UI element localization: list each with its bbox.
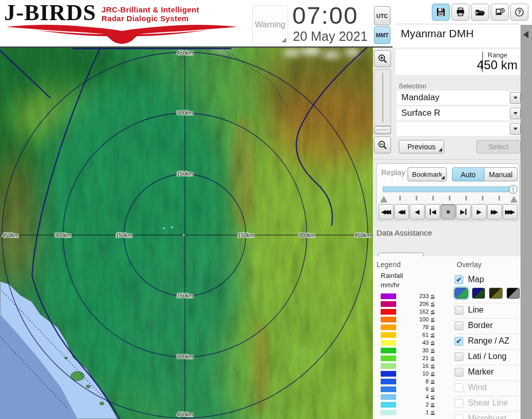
overlay-label: Overlay (457, 260, 481, 269)
panel-edge-strip[interactable] (521, 25, 532, 419)
selection-label: Selection (399, 82, 426, 90)
legend-value: 30 (398, 347, 429, 353)
overlay-item-label: Border (468, 321, 493, 330)
less-equal-symbol: ≦ (430, 339, 435, 346)
checkbox-checked-icon[interactable]: ✔ (455, 337, 463, 346)
checkbox-icon[interactable] (455, 399, 463, 408)
less-equal-symbol: ≦ (430, 355, 435, 362)
overlay-item-microburst[interactable]: Microburst (455, 411, 520, 419)
zoom-slider-handle[interactable] (374, 126, 391, 134)
less-equal-symbol: ≦ (430, 378, 435, 385)
logo-title: J-BIRDS (4, 1, 96, 25)
previous-button[interactable]: Previous (399, 140, 444, 153)
range-value: 450 km (477, 58, 518, 72)
legend-value: 162 (398, 308, 429, 315)
less-equal-symbol: ≦ (430, 308, 435, 315)
checkbox-icon[interactable] (455, 321, 463, 330)
play-backward-button[interactable]: ◀ (410, 204, 425, 220)
less-equal-symbol: ≦ (430, 386, 435, 393)
legend-value: 21 (398, 355, 429, 361)
step-forward-button[interactable]: ▶ (456, 204, 471, 220)
legend-row: 78≦ (381, 323, 437, 331)
map-style-navy-darkgreen[interactable] (472, 288, 486, 299)
legend-color-swatch (381, 317, 396, 322)
zoom-out-button[interactable] (374, 136, 391, 153)
legend-title-unit: mm/hr (381, 281, 400, 289)
range-ring-label: 300km (177, 110, 193, 116)
j-birds-application: J-BIRDS JRC-Brilliant & Intelligent Rada… (0, 0, 532, 419)
dropdown-arrow-icon[interactable] (510, 123, 521, 135)
overlay-item-marker[interactable]: Marker (455, 365, 520, 380)
legend-row: 10≦ (381, 370, 437, 378)
zoom-in-button[interactable] (374, 50, 391, 67)
add-image-button[interactable] (491, 4, 509, 21)
selection-dropdown-3[interactable] (397, 122, 522, 136)
overlay-item-range-az[interactable]: ✔Range / AZ (455, 334, 520, 349)
map-style-darkolive-olive[interactable] (489, 288, 503, 299)
radar-map[interactable]: 150km150km150km150km300km300km300km300km… (0, 48, 373, 419)
overlay-item-line[interactable]: Line (455, 303, 520, 318)
play-forward-button[interactable]: ▶ (472, 204, 487, 220)
checkbox-icon[interactable] (455, 306, 463, 315)
legend-value: 4 (398, 394, 429, 400)
open-file-button[interactable] (471, 4, 489, 21)
zoom-in-icon (378, 54, 388, 64)
range-card: Range 450 km (396, 49, 521, 75)
auto-mode-button[interactable]: Auto (452, 167, 484, 181)
rewind-button[interactable]: ◀◀ (394, 204, 409, 220)
checkbox-icon[interactable] (455, 414, 463, 419)
legend-value: 1 (398, 409, 429, 415)
range-ring-label: 150km (177, 170, 193, 177)
collapse-panel-icon[interactable] (523, 31, 528, 38)
forward-button[interactable]: ▶▶ (487, 204, 502, 220)
legend-row: 206≦ (381, 300, 437, 308)
utc-button[interactable]: UTC (374, 6, 390, 25)
legend-color-swatch (381, 301, 396, 307)
overlay-item-border[interactable]: Border (455, 318, 520, 334)
site-name: Myanmar DMH (401, 27, 474, 40)
save-button[interactable] (432, 4, 450, 21)
stop-button[interactable]: ■ (441, 204, 456, 220)
checkbox-checked-icon[interactable]: ✔ (455, 275, 463, 284)
overlay-item-wind[interactable]: Wind (455, 380, 520, 396)
checkbox-icon[interactable] (455, 383, 463, 392)
mmt-button[interactable]: MMT (374, 26, 390, 44)
rainfall-legend: 233≦206≦162≦100≦78≦61≦43≦30≦21≦16≦10≦8≦6… (381, 292, 437, 416)
dropdown-arrow-icon[interactable] (510, 107, 521, 119)
warning-button[interactable]: Warning (252, 5, 288, 44)
legend-color-swatch (381, 394, 396, 400)
bookmark-button[interactable]: Bookmark (408, 167, 447, 181)
overlay-item-shear-line[interactable]: Shear Line (455, 396, 520, 411)
legend-value: 100 (398, 316, 429, 322)
legend-title-rainfall: Rainfall (381, 272, 403, 280)
zoom-slider-track[interactable] (374, 69, 391, 126)
checkbox-icon[interactable] (455, 368, 463, 377)
legend-color-swatch (381, 363, 396, 369)
checkbox-icon[interactable] (455, 352, 463, 361)
map-style-black-grey[interactable] (507, 288, 520, 299)
selection-dropdown-2[interactable]: Surface R (397, 106, 522, 120)
replay-slider-handle[interactable] (509, 185, 518, 194)
dropdown-arrow-icon[interactable] (510, 92, 521, 104)
replay-timeline-slider[interactable] (383, 187, 515, 192)
forward-fast-button[interactable]: ▶▶▶ (503, 204, 518, 220)
warning-label: Warning (255, 20, 286, 29)
print-button[interactable] (451, 4, 470, 21)
manual-mode-button[interactable]: Manual (484, 167, 518, 181)
legend-row: 2≦ (381, 401, 437, 409)
range-ring-label: 450km (354, 232, 371, 238)
overlay-item-map[interactable]: ✔Map (455, 273, 520, 286)
step-backward-button[interactable]: ◀ (425, 204, 440, 220)
legend-row: 6≦ (381, 385, 437, 393)
rewind-fast-button[interactable]: ◀◀◀ (379, 204, 394, 220)
overlay-item-label: Lati / Long (468, 352, 507, 361)
replay-panel: Replay Bookmark Auto Manual ◀◀◀◀◀◀◀■▶▶▶▶… (376, 163, 520, 221)
map-style-blue-green[interactable] (455, 288, 468, 299)
overlay-item-lati-long[interactable]: Lati / Long (455, 349, 520, 365)
selection-dropdown-1[interactable]: Mandalay (397, 91, 522, 105)
legend-value: 61 (398, 332, 429, 338)
help-button[interactable]: ? (510, 4, 528, 21)
range-ring-label: 450km (177, 50, 193, 56)
zoom-out-icon (378, 140, 388, 150)
select-button[interactable]: Select (476, 140, 521, 153)
